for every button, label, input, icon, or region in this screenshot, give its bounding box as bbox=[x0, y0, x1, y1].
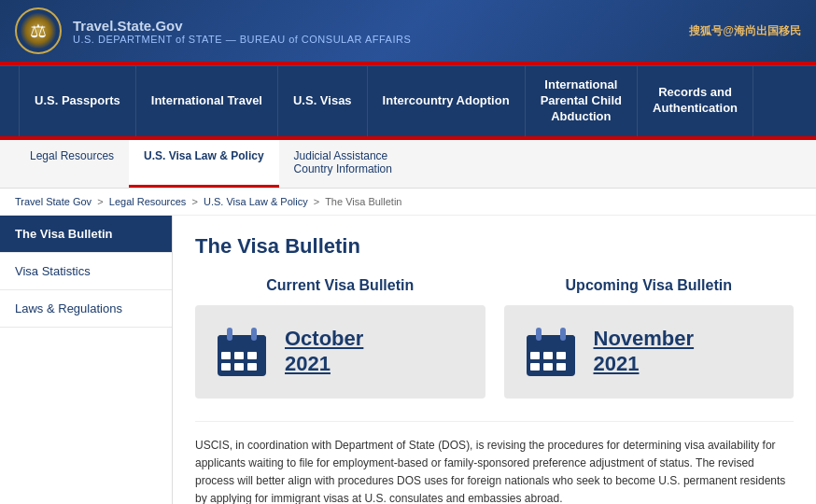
svg-rect-21 bbox=[560, 328, 566, 341]
site-header: ⚖ Travel.State.Gov U.S. DEPARTMENT of ST… bbox=[0, 0, 816, 62]
breadcrumb-current: The Visa Bulletin bbox=[325, 196, 401, 207]
svg-rect-9 bbox=[227, 328, 232, 341]
department-seal: ⚖ bbox=[15, 7, 62, 54]
svg-rect-4 bbox=[234, 352, 244, 359]
page-title: The Visa Bulletin bbox=[195, 234, 794, 259]
upcoming-bulletin-date[interactable]: November 2021 bbox=[594, 327, 695, 376]
nav-item-parental[interactable]: InternationalParental ChildAbduction bbox=[526, 66, 638, 136]
sub-nav-judicial[interactable]: Judicial AssistanceCountry Information bbox=[279, 140, 407, 188]
site-url: Travel.State.Gov bbox=[73, 18, 411, 34]
svg-rect-19 bbox=[556, 363, 566, 371]
svg-rect-15 bbox=[543, 352, 553, 359]
breadcrumb-home[interactable]: Travel State Gov bbox=[15, 196, 91, 207]
bulletin-row: Current Visa Bulletin bbox=[195, 277, 794, 399]
current-bulletin-month: October bbox=[285, 327, 363, 351]
svg-rect-2 bbox=[218, 341, 266, 348]
current-calendar-icon bbox=[214, 324, 270, 380]
svg-rect-3 bbox=[221, 352, 231, 359]
sub-nav: Legal Resources U.S. Visa Law & Policy J… bbox=[0, 140, 816, 189]
svg-rect-17 bbox=[530, 363, 540, 371]
nav-item-passports[interactable]: U.S. Passports bbox=[19, 66, 136, 136]
department-name: U.S. DEPARTMENT of STATE — BUREAU of CON… bbox=[73, 34, 411, 45]
description-text: USCIS, in coordination with Department o… bbox=[195, 421, 794, 504]
svg-rect-20 bbox=[536, 328, 542, 341]
svg-rect-8 bbox=[247, 363, 257, 371]
current-bulletin-title: Current Visa Bulletin bbox=[195, 277, 485, 294]
svg-rect-14 bbox=[530, 352, 540, 359]
upcoming-bulletin-title: Upcoming Visa Bulletin bbox=[504, 277, 795, 294]
svg-rect-16 bbox=[556, 352, 566, 359]
content-area: The Visa Bulletin Visa Statistics Laws &… bbox=[0, 216, 816, 504]
nav-item-intl-travel[interactable]: International Travel bbox=[136, 66, 278, 136]
main-content: The Visa Bulletin Current Visa Bulletin bbox=[173, 216, 816, 504]
upcoming-bulletin-year: 2021 bbox=[594, 352, 695, 376]
svg-rect-10 bbox=[251, 328, 257, 341]
sidebar-item-visa-bulletin[interactable]: The Visa Bulletin bbox=[0, 216, 172, 253]
sidebar-item-laws-regulations[interactable]: Laws & Regulations bbox=[0, 290, 172, 328]
svg-rect-7 bbox=[234, 363, 244, 371]
svg-rect-18 bbox=[543, 363, 553, 371]
current-bulletin-year: 2021 bbox=[285, 352, 363, 376]
upcoming-bulletin-section: Upcoming Visa Bulletin bbox=[504, 277, 795, 399]
breadcrumb: Travel State Gov > Legal Resources > U.S… bbox=[0, 189, 816, 216]
sidebar: The Visa Bulletin Visa Statistics Laws &… bbox=[0, 216, 173, 504]
current-bulletin-card: October 2021 bbox=[195, 305, 485, 399]
svg-rect-13 bbox=[527, 341, 575, 348]
sub-nav-visa-law[interactable]: U.S. Visa Law & Policy bbox=[129, 140, 279, 188]
sub-nav-legal-resources[interactable]: Legal Resources bbox=[15, 140, 129, 188]
upcoming-bulletin-card: November 2021 bbox=[504, 305, 795, 399]
watermark: 搜狐号@海尚出国移民 bbox=[689, 23, 801, 39]
svg-rect-6 bbox=[221, 363, 231, 371]
header-brand: ⚖ Travel.State.Gov U.S. DEPARTMENT of ST… bbox=[15, 7, 411, 54]
header-text-block: Travel.State.Gov U.S. DEPARTMENT of STAT… bbox=[73, 18, 411, 45]
upcoming-calendar-icon bbox=[523, 324, 579, 380]
upcoming-bulletin-month: November bbox=[594, 327, 695, 351]
current-bulletin-date[interactable]: October 2021 bbox=[285, 327, 363, 376]
current-bulletin-section: Current Visa Bulletin bbox=[195, 277, 485, 399]
sidebar-item-visa-statistics[interactable]: Visa Statistics bbox=[0, 253, 172, 290]
nav-item-intercountry[interactable]: Intercountry Adoption bbox=[368, 66, 526, 136]
nav-item-records[interactable]: Records andAuthentication bbox=[638, 66, 753, 136]
breadcrumb-visa-law[interactable]: U.S. Visa Law & Policy bbox=[204, 196, 308, 207]
breadcrumb-legal[interactable]: Legal Resources bbox=[109, 196, 187, 207]
svg-rect-5 bbox=[247, 352, 257, 359]
main-nav: U.S. Passports International Travel U.S.… bbox=[0, 65, 816, 136]
nav-item-visas[interactable]: U.S. Visas bbox=[278, 66, 368, 136]
